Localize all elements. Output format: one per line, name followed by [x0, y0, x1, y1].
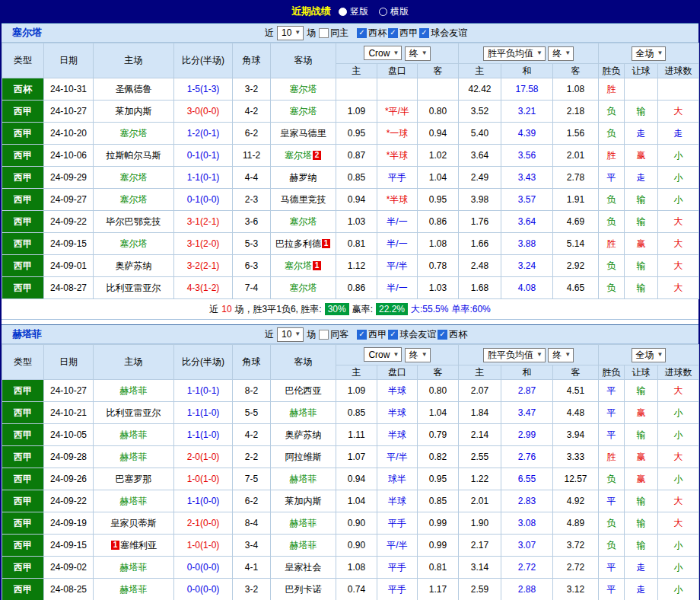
away-team-cell[interactable]: 塞尔塔: [271, 78, 336, 101]
away-team-cell[interactable]: 阿拉维斯: [271, 446, 336, 468]
odds-stage-select[interactable]: 终▼: [405, 348, 431, 362]
match-type-cell: 西甲: [2, 535, 44, 557]
home-team-cell[interactable]: 奥萨苏纳: [94, 255, 174, 277]
away-team-cell[interactable]: 塞尔塔: [271, 101, 336, 123]
match-type-cell: 西甲: [2, 233, 44, 255]
layout-option[interactable]: 竖版: [339, 5, 368, 18]
home-team-cell[interactable]: 赫塔菲: [94, 380, 174, 402]
footer-part: 30%: [325, 303, 349, 315]
col-away: 客场: [271, 43, 336, 78]
corners-cell: 5-5: [233, 402, 271, 424]
corners-cell: 2-2: [233, 446, 271, 468]
home-team-cell[interactable]: 赫塔菲: [94, 490, 174, 512]
avg-stage-select[interactable]: 终▼: [548, 348, 574, 362]
bookmaker-select[interactable]: Crow▼: [364, 347, 402, 362]
filter-checkbox[interactable]: 球会友谊: [419, 27, 467, 40]
away-team-cell[interactable]: 赫塔菲: [271, 468, 336, 490]
filter-checkbox[interactable]: 西甲: [357, 328, 387, 341]
away-team-cell[interactable]: 奥萨苏纳: [271, 424, 336, 446]
score-cell: 0-0(0-0): [174, 579, 233, 600]
filter-checkbox[interactable]: 西杯: [438, 328, 467, 341]
away-team-cell[interactable]: 塞尔塔2: [271, 145, 336, 167]
avg-odds-select[interactable]: 胜平负均值▼: [483, 348, 546, 362]
checkbox-icon[interactable]: [319, 28, 329, 38]
avg-odds-select[interactable]: 胜平负均值▼: [483, 46, 546, 61]
away-team-cell[interactable]: 赫塔菲: [271, 402, 336, 424]
home-odds-cell: 1.12: [336, 255, 377, 277]
checkbox-icon[interactable]: [388, 330, 398, 340]
away-team-cell[interactable]: 赫罗纳: [271, 167, 336, 189]
away-team-cell[interactable]: 赫塔菲: [271, 512, 336, 535]
avg-draw-cell: 3.21: [501, 101, 553, 123]
filter-checkbox[interactable]: 西甲: [388, 27, 418, 40]
away-team-cell[interactable]: 塞尔塔: [271, 211, 336, 233]
away-team-cell[interactable]: 莱加内斯: [271, 490, 336, 512]
avg-home-cell: 1.84: [459, 402, 501, 424]
home-team-cell[interactable]: 塞尔塔: [94, 233, 174, 255]
radio-icon[interactable]: [379, 8, 387, 16]
filter-checkbox[interactable]: 西杯: [357, 27, 387, 40]
corners-cell: 8-2: [233, 380, 271, 402]
col-score: 比分(半场): [174, 345, 233, 380]
match-type-cell: 西甲: [2, 189, 44, 211]
away-team-cell[interactable]: 巴拉多利德1: [271, 233, 336, 255]
fulltime-select[interactable]: 全场▼: [632, 348, 667, 362]
filter-checkbox[interactable]: 同主: [319, 27, 348, 40]
home-team-cell[interactable]: 拉斯帕尔马斯: [94, 145, 174, 167]
avg-away-cell: 1.91: [553, 189, 599, 211]
team-name-text: 赫塔菲: [120, 584, 148, 595]
away-team-cell[interactable]: 巴列卡诺: [271, 579, 336, 600]
home-team-cell[interactable]: 塞尔塔: [94, 123, 174, 145]
checkbox-icon[interactable]: [357, 28, 367, 38]
checkbox-icon[interactable]: [388, 28, 398, 38]
match-count-select[interactable]: 10▼: [277, 327, 304, 342]
outcome-cell: 负: [599, 255, 625, 277]
layout-option[interactable]: 横版: [379, 5, 409, 18]
match-count-select[interactable]: 10▼: [277, 26, 304, 40]
home-team-cell[interactable]: 1塞维利亚: [94, 535, 174, 557]
radio-icon[interactable]: [339, 8, 347, 16]
outcome-cell: 负: [599, 468, 625, 490]
home-team-cell[interactable]: 塞尔塔: [94, 189, 174, 211]
away-team-cell[interactable]: 塞尔塔: [271, 277, 336, 299]
footer-part: 10: [221, 304, 231, 314]
col-odds-away: 客: [418, 64, 459, 78]
checkbox-icon[interactable]: [319, 330, 329, 340]
home-team-cell[interactable]: 圣佩德鲁: [94, 78, 174, 101]
home-team-cell[interactable]: 比利亚雷亚尔: [94, 277, 174, 299]
checkbox-icon[interactable]: [419, 28, 429, 38]
checkbox-icon[interactable]: [438, 330, 447, 340]
home-odds-cell: 0.81: [336, 233, 377, 255]
home-team-cell[interactable]: 赫塔菲: [94, 424, 174, 446]
home-team-cell[interactable]: 皇家贝蒂斯: [94, 512, 174, 535]
home-team-cell[interactable]: 毕尔巴鄂竞技: [94, 211, 174, 233]
home-team-cell[interactable]: 赫塔菲: [94, 579, 174, 600]
score-cell: 3-0(0-0): [174, 101, 233, 123]
away-team-cell[interactable]: 赫塔菲: [271, 535, 336, 557]
away-team-cell[interactable]: 马德里竞技: [271, 189, 336, 211]
home-team-cell[interactable]: 赫塔菲: [94, 557, 174, 579]
filter-checkbox[interactable]: 同客: [319, 328, 348, 341]
handicap-cell: [377, 78, 418, 101]
chevron-down-icon: ▼: [565, 352, 571, 358]
home-team-cell[interactable]: 赫塔菲: [94, 446, 174, 468]
checkbox-label: 球会友谊: [431, 27, 467, 40]
away-team-cell[interactable]: 皇家社会: [271, 557, 336, 579]
bookmaker-select[interactable]: Crow▼: [364, 46, 402, 60]
home-team-cell[interactable]: 莱加内斯: [94, 101, 174, 123]
fulltime-select[interactable]: 全场▼: [632, 46, 667, 61]
checkbox-icon[interactable]: [357, 330, 367, 340]
handicap-result-cell: [625, 78, 658, 101]
avg-stage-select[interactable]: 终▼: [548, 46, 574, 61]
home-team-cell[interactable]: 巴塞罗那: [94, 468, 174, 490]
away-team-cell[interactable]: 塞尔塔1: [271, 255, 336, 277]
team-name: 塞尔塔: [12, 26, 42, 40]
odds-stage-select[interactable]: 终▼: [405, 46, 431, 61]
filter-checkbox[interactable]: 球会友谊: [388, 328, 436, 341]
home-team-cell[interactable]: 比利亚雷亚尔: [94, 402, 174, 424]
col-type: 类型: [2, 345, 44, 380]
home-team-cell[interactable]: 塞尔塔: [94, 167, 174, 189]
away-team-cell[interactable]: 巴伦西亚: [271, 380, 336, 402]
away-team-cell[interactable]: 皇家马德里: [271, 123, 336, 145]
handicap-result-cell: 输: [625, 535, 658, 557]
